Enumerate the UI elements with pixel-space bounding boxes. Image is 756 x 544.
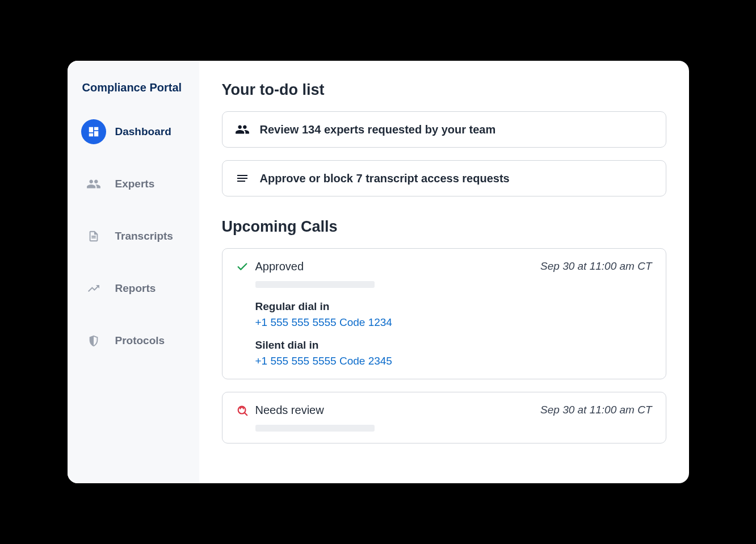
- sidebar-item-protocols[interactable]: Protocols: [79, 324, 188, 358]
- people-icon: [81, 171, 106, 196]
- silent-dial-value[interactable]: +1 555 555 5555 Code 2345: [255, 355, 652, 367]
- sidebar-item-reports[interactable]: Reports: [79, 271, 188, 306]
- app-window: Compliance Portal Dashboard Experts Tran…: [68, 61, 689, 483]
- regular-dial-label: Regular dial in: [255, 300, 652, 313]
- upcoming-heading: Upcoming Calls: [222, 218, 666, 236]
- sidebar-item-label: Protocols: [115, 334, 165, 347]
- todo-text: Approve or block 7 transcript access req…: [260, 172, 510, 185]
- todo-text: Review 134 experts requested by your tea…: [260, 123, 496, 136]
- todo-review-experts[interactable]: Review 134 experts requested by your tea…: [222, 111, 666, 148]
- placeholder-bar: [255, 425, 375, 432]
- sidebar-item-dashboard[interactable]: Dashboard: [79, 115, 188, 149]
- call-header: Approved Sep 30 at 11:00 am CT: [236, 260, 652, 273]
- call-header: Needs review Sep 30 at 11:00 am CT: [236, 404, 652, 417]
- placeholder-bar: [255, 281, 375, 288]
- todo-heading: Your to-do list: [222, 81, 666, 99]
- dashboard-icon: [81, 119, 106, 144]
- call-time: Sep 30 at 11:00 am CT: [540, 404, 652, 416]
- sidebar-title: Compliance Portal: [79, 81, 188, 94]
- call-status-label: Needs review: [255, 404, 324, 417]
- call-status: Needs review: [236, 404, 324, 417]
- people-icon: [235, 122, 250, 137]
- sidebar-item-label: Reports: [115, 282, 156, 295]
- sidebar-item-label: Transcripts: [115, 230, 173, 242]
- sidebar-item-label: Dashboard: [115, 125, 171, 138]
- call-time: Sep 30 at 11:00 am CT: [540, 260, 652, 273]
- document-icon: [81, 224, 106, 249]
- main-content: Your to-do list Review 134 experts reque…: [199, 61, 689, 483]
- sidebar-item-experts[interactable]: Experts: [79, 167, 188, 201]
- call-status: Approved: [236, 260, 304, 273]
- call-status-label: Approved: [255, 260, 304, 273]
- trending-icon: [81, 276, 106, 301]
- silent-dial-label: Silent dial in: [255, 339, 652, 351]
- regular-dial-value[interactable]: +1 555 555 5555 Code 1234: [255, 316, 652, 329]
- call-card-needs-review[interactable]: Needs review Sep 30 at 11:00 am CT: [222, 392, 666, 443]
- sidebar-item-transcripts[interactable]: Transcripts: [79, 219, 188, 253]
- sidebar: Compliance Portal Dashboard Experts Tran…: [68, 61, 199, 483]
- check-icon: [236, 261, 249, 273]
- list-icon: [235, 171, 250, 186]
- review-search-icon: [236, 404, 249, 417]
- shield-icon: [81, 328, 106, 353]
- call-card-approved[interactable]: Approved Sep 30 at 11:00 am CT Regular d…: [222, 248, 666, 379]
- todo-approve-transcripts[interactable]: Approve or block 7 transcript access req…: [222, 160, 666, 196]
- regular-dial-section: Regular dial in +1 555 555 5555 Code 123…: [255, 300, 652, 367]
- sidebar-item-label: Experts: [115, 178, 155, 190]
